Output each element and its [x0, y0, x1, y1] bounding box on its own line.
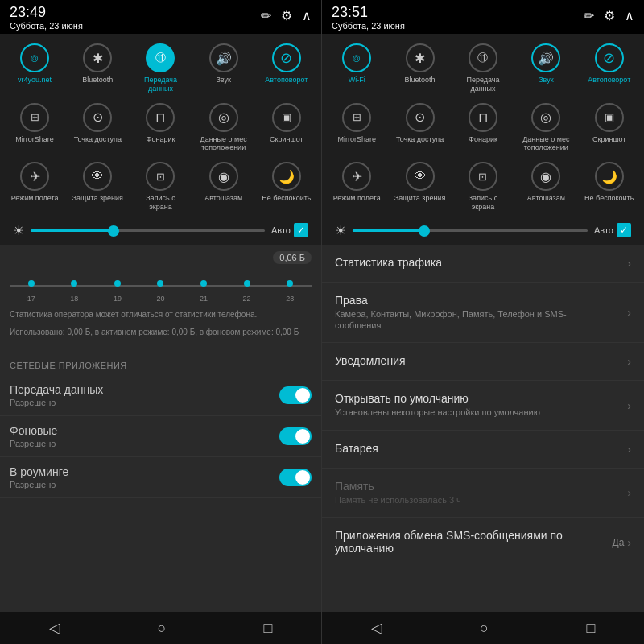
right-settings-icon[interactable]: ⚙	[604, 8, 615, 23]
left-content: 0,06 Б 17	[0, 245, 321, 612]
usage-chart: 17 18 19 20 21 22 23	[10, 270, 312, 303]
dnd-label: Не беспокоить	[262, 194, 311, 203]
traffic-chevron: ›	[627, 257, 631, 270]
right-auto-label: Авто	[594, 225, 613, 235]
settings-item-battery[interactable]: Батарея ›	[322, 431, 644, 469]
chart-dot-5	[200, 280, 207, 287]
right-dnd-icon: 🌙	[595, 162, 624, 191]
right-brightness-slider[interactable]	[353, 229, 588, 232]
screenrecord-label: Запись с экрана	[134, 194, 187, 212]
right-qs-airplane[interactable]: ✈ Режим полета	[328, 159, 385, 215]
screenrecord-icon: ⊡	[146, 162, 175, 191]
right-airplane-icon: ✈	[342, 162, 371, 191]
right-qs-dnd[interactable]: 🌙 Не беспокоить	[581, 159, 638, 215]
background-setting-row: Фоновые Разрешено	[10, 424, 312, 448]
right-qs-bluetooth[interactable]: ✱ Bluetooth	[392, 40, 448, 97]
right-eyeprotect-icon: 👁	[406, 162, 435, 191]
left-back-button[interactable]: ◁	[36, 613, 73, 643]
settings-item-memory[interactable]: Память Память не использовалась 3 ч ›	[322, 469, 644, 518]
wifi-label: vr4you.net	[18, 76, 52, 85]
right-home-button[interactable]: ○	[467, 613, 502, 643]
sound-icon: 🔊	[209, 43, 238, 72]
right-screenshot-label: Скриншот	[592, 135, 626, 144]
bluetooth-icon: ✱	[83, 43, 112, 72]
roaming-setting-name: В роуминге	[10, 465, 68, 478]
roaming-toggle[interactable]	[279, 469, 312, 486]
background-setting-name: Фоновые	[10, 424, 57, 437]
right-back-button[interactable]: ◁	[358, 613, 395, 643]
transfer-toggle[interactable]	[279, 386, 312, 404]
transfer-setting-name: Передача данных	[10, 383, 103, 396]
left-qs-sound[interactable]: 🔊 Звук	[196, 40, 252, 97]
screenshot-icon: ▣	[272, 103, 301, 132]
right-qs-sound[interactable]: 🔊 Звук	[518, 40, 574, 97]
left-qs-mirrorshare[interactable]: ⊞ MirrorShare	[6, 100, 63, 156]
left-qs-transfer[interactable]: ⑪ Передача данных	[132, 40, 188, 97]
usage-stats: Использовано: 0,00 Б, в активном режиме:…	[10, 327, 312, 338]
left-qs-bluetooth[interactable]: ✱ Bluetooth	[69, 40, 126, 97]
left-qs-location[interactable]: ◎ Данные о мес тоположении	[196, 100, 252, 156]
left-qs-shazam[interactable]: ◉ Автошазам	[196, 159, 252, 215]
left-qs-wifi[interactable]: ⌾ vr4you.net	[6, 40, 63, 97]
settings-icon[interactable]: ⚙	[281, 8, 292, 23]
left-qs-dnd[interactable]: 🌙 Не беспокоить	[258, 159, 315, 215]
right-qs-transfer[interactable]: ⑪ Передача данных	[455, 40, 511, 97]
left-brightness-slider[interactable]	[31, 229, 265, 232]
chart-label-18: 18	[70, 295, 78, 303]
sms-left: Приложения обмена SMS-сообщениями по умо…	[335, 529, 613, 556]
chart-label-17: 17	[27, 295, 35, 303]
right-qs-eyeprotect[interactable]: 👁 Защита зрения	[392, 159, 448, 215]
right-qs-mirrorshare[interactable]: ⊞ MirrorShare	[328, 100, 385, 156]
settings-item-traffic[interactable]: Статистика трафика ›	[322, 245, 644, 283]
right-dnd-label: Не беспокоить	[584, 194, 634, 203]
right-qs-location[interactable]: ◎ Данные о мес тоположении	[518, 100, 574, 156]
right-qs-autorotate[interactable]: ⊘ Автоповорот	[581, 40, 638, 97]
left-date: Суббота, 23 июня	[10, 21, 83, 31]
right-qs-flashlight[interactable]: ⊓ Фонарик	[455, 100, 511, 156]
left-qs-flashlight[interactable]: ⊓ Фонарик	[132, 100, 188, 156]
brightness-icon: ☀	[13, 223, 24, 238]
left-recent-button[interactable]: □	[251, 613, 286, 643]
expand-icon[interactable]: ∧	[302, 8, 312, 23]
settings-item-rights[interactable]: Права Камера, Контакты, Микрофон, Память…	[322, 283, 644, 344]
right-nav-bar: ◁ ○ □	[322, 612, 644, 644]
left-qs-screenshot[interactable]: ▣ Скриншот	[258, 100, 315, 156]
left-qs-screenrecord[interactable]: ⊡ Запись с экрана	[132, 159, 188, 215]
right-screenshot-icon: ▣	[595, 103, 624, 132]
right-qs-row1: ⌾ Wi-Fi ✱ Bluetooth ⑪ Передача данных 🔊 …	[325, 40, 641, 97]
right-qs-shazam[interactable]: ◉ Автошазам	[518, 159, 574, 215]
right-brightness-thumb	[419, 225, 430, 237]
bluetooth-label: Bluetooth	[82, 76, 113, 85]
right-time: 23:51	[332, 5, 405, 19]
left-qs-airplane[interactable]: ✈ Режим полета	[6, 159, 63, 215]
settings-item-notifications[interactable]: Уведомления ›	[322, 343, 644, 381]
right-date: Суббота, 23 июня	[332, 21, 405, 31]
left-quick-settings: ⌾ vr4you.net ✱ Bluetooth ⑪ Передача данн…	[0, 34, 321, 245]
traffic-title: Статистика трафика	[335, 256, 442, 269]
right-transfer-icon: ⑪	[469, 43, 497, 72]
right-auto-checkbox[interactable]: ✓	[617, 223, 631, 237]
location-icon: ◎	[209, 103, 238, 132]
left-qs-autorotate[interactable]: ⊘ Автоповорот	[258, 40, 315, 97]
usage-note: Статистика оператора может отличаться от…	[10, 309, 312, 320]
right-qs-hotspot[interactable]: ⊙ Точка доступа	[392, 100, 448, 156]
brightness-fill	[31, 229, 113, 232]
settings-item-defaults[interactable]: Открывать по умолчанию Установлены некот…	[322, 381, 644, 430]
defaults-sub: Установлены некоторые настройки по умолч…	[335, 407, 540, 418]
right-qs-screenrecord[interactable]: ⊡ Запись с экрана	[455, 159, 511, 215]
right-expand-icon[interactable]: ∧	[625, 8, 634, 23]
auto-checkbox[interactable]: ✓	[294, 223, 308, 237]
left-qs-hotspot[interactable]: ⊙ Точка доступа	[69, 100, 126, 156]
left-home-button[interactable]: ○	[145, 613, 180, 643]
transfer-setting-row: Передача данных Разрешено	[10, 383, 312, 407]
chart-dot-7	[287, 280, 293, 287]
chart-dot-6	[244, 280, 250, 287]
right-quick-settings: ⌾ Wi-Fi ✱ Bluetooth ⑪ Передача данных 🔊 …	[322, 34, 644, 245]
right-recent-button[interactable]: □	[573, 613, 608, 643]
background-toggle[interactable]	[279, 427, 312, 445]
left-qs-eyeprotect[interactable]: 👁 Защита зрения	[69, 159, 126, 215]
right-autorotate-label: Автоповорот	[588, 76, 630, 85]
settings-item-sms[interactable]: Приложения обмена SMS-сообщениями по умо…	[322, 518, 644, 568]
right-qs-wifi[interactable]: ⌾ Wi-Fi	[328, 40, 385, 97]
right-qs-screenshot[interactable]: ▣ Скриншот	[581, 100, 638, 156]
